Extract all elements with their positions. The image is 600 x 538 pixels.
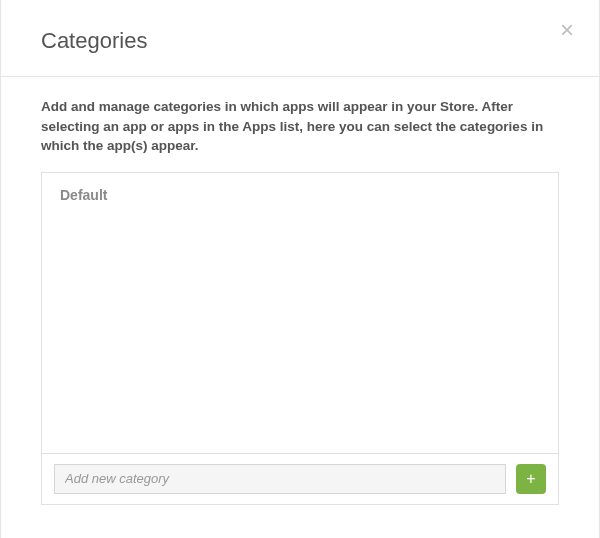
dialog-header: Categories ×	[1, 0, 599, 77]
dialog-title: Categories	[41, 28, 559, 54]
categories-list: Default	[42, 173, 558, 453]
category-item[interactable]: Default	[60, 187, 540, 203]
categories-dialog: Categories × Add and manage categories i…	[0, 0, 600, 538]
add-category-button[interactable]: +	[516, 464, 546, 494]
add-category-row: +	[42, 453, 558, 504]
description-text: Add and manage categories in which apps …	[41, 97, 559, 156]
categories-panel: Default +	[41, 172, 559, 505]
dialog-body: Add and manage categories in which apps …	[1, 77, 599, 505]
add-category-input[interactable]	[54, 464, 506, 494]
close-icon[interactable]: ×	[555, 18, 579, 42]
